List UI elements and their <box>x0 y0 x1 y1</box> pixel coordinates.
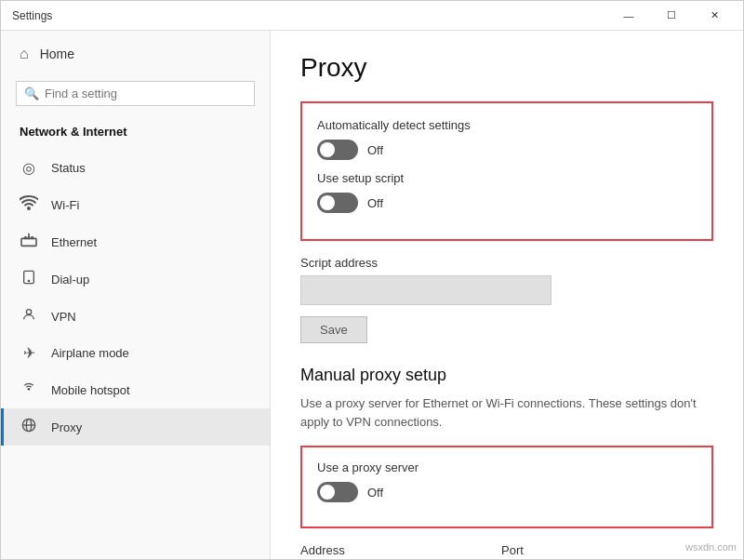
use-proxy-label: Use a proxy server <box>317 460 697 474</box>
save-button[interactable]: Save <box>300 316 367 343</box>
content-area: ⌂ Home 🔍 Network & Internet ◎ Status Wi-… <box>1 31 743 559</box>
sidebar-item-wifi[interactable]: Wi-Fi <box>1 186 270 223</box>
search-box[interactable]: 🔍 <box>16 81 255 106</box>
use-proxy-row: Off <box>317 482 697 502</box>
watermark: wsxdn.com <box>685 541 737 553</box>
svg-rect-3 <box>31 236 33 239</box>
vpn-icon <box>20 307 38 326</box>
main-content: Proxy Automatically detect settings Off … <box>271 31 743 559</box>
proxy-icon <box>20 418 38 436</box>
use-proxy-toggle[interactable] <box>317 482 358 502</box>
titlebar: Settings — ☐ ✕ <box>1 1 743 31</box>
svg-rect-0 <box>21 238 36 246</box>
address-label: Address <box>300 543 486 557</box>
sidebar-item-dialup[interactable]: Dial-up <box>1 260 270 298</box>
auto-detect-toggle[interactable] <box>317 140 358 160</box>
port-group: Port <box>501 543 576 559</box>
sidebar: ⌂ Home 🔍 Network & Internet ◎ Status Wi-… <box>1 31 271 559</box>
home-nav-item[interactable]: ⌂ Home <box>1 31 270 77</box>
airplane-icon: ✈ <box>20 344 38 362</box>
address-port-row: Address Port <box>300 543 713 559</box>
script-address-label: Script address <box>300 256 713 270</box>
sidebar-item-status[interactable]: ◎ Status <box>1 150 270 186</box>
auto-detect-state: Off <box>367 143 383 157</box>
auto-detect-row: Off <box>317 140 697 160</box>
settings-window: Settings — ☐ ✕ ⌂ Home 🔍 Network & Intern… <box>0 0 744 560</box>
port-label: Port <box>501 543 576 557</box>
ethernet-icon <box>20 233 38 251</box>
home-icon: ⌂ <box>20 46 29 62</box>
manual-proxy-title: Manual proxy setup <box>300 366 713 385</box>
sidebar-item-proxy[interactable]: Proxy <box>1 408 270 446</box>
sidebar-item-airplane[interactable]: ✈ Airplane mode <box>1 335 270 371</box>
script-address-input[interactable] <box>300 275 551 305</box>
window-controls: — ☐ ✕ <box>607 1 736 31</box>
dialup-icon <box>20 270 38 288</box>
address-group: Address <box>300 543 486 559</box>
page-title: Proxy <box>300 53 713 83</box>
use-proxy-box: Use a proxy server Off <box>300 446 713 528</box>
hotspot-icon <box>20 380 38 399</box>
close-button[interactable]: ✕ <box>693 1 736 31</box>
automatic-proxy-box: Automatically detect settings Off Use se… <box>300 101 713 241</box>
sidebar-section-title: Network & Internet <box>1 117 270 150</box>
setup-script-toggle[interactable] <box>317 193 358 213</box>
minimize-button[interactable]: — <box>607 1 650 31</box>
search-input[interactable] <box>45 87 246 100</box>
auto-detect-label: Automatically detect settings <box>317 118 697 132</box>
svg-point-6 <box>28 280 31 283</box>
status-icon: ◎ <box>20 159 38 177</box>
svg-point-8 <box>28 388 31 391</box>
sidebar-item-ethernet[interactable]: Ethernet <box>1 223 270 260</box>
use-proxy-state: Off <box>367 486 383 500</box>
svg-point-7 <box>26 310 31 314</box>
sidebar-item-vpn[interactable]: VPN <box>1 298 270 335</box>
window-title: Settings <box>12 9 52 22</box>
proxy-description: Use a proxy server for Ethernet or Wi-Fi… <box>300 394 710 431</box>
setup-script-row: Off <box>317 193 697 213</box>
sidebar-item-hotspot[interactable]: Mobile hotspot <box>1 371 270 408</box>
svg-rect-1 <box>24 236 26 239</box>
setup-script-state: Off <box>367 196 383 210</box>
wifi-icon <box>20 195 38 214</box>
search-icon: 🔍 <box>24 87 39 100</box>
maximize-button[interactable]: ☐ <box>650 1 693 31</box>
setup-script-label: Use setup script <box>317 171 697 185</box>
svg-rect-2 <box>28 236 30 239</box>
home-label: Home <box>40 47 74 61</box>
